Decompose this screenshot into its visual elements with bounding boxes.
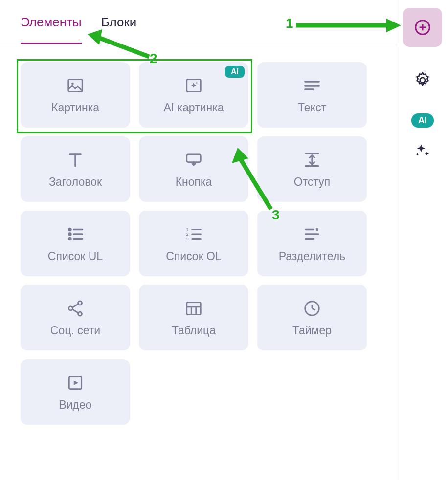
sparkle-icon[interactable] — [414, 141, 431, 159]
element-label: Соц. сети — [50, 324, 100, 337]
video-element[interactable]: Видео — [21, 359, 130, 425]
spacer-element[interactable]: Отступ — [257, 136, 367, 202]
table-icon — [184, 299, 203, 318]
svg-rect-33 — [187, 302, 201, 314]
svg-line-39 — [312, 308, 315, 310]
social-element[interactable]: Соц. сети — [21, 285, 130, 350]
text-icon — [302, 76, 322, 95]
elements-panel: Элементы Блоки Картинка AI AI картинка Т… — [0, 0, 397, 480]
settings-button[interactable] — [403, 61, 442, 100]
divider-icon — [302, 224, 322, 244]
ai-badge: AI — [225, 66, 245, 78]
svg-rect-25 — [316, 228, 318, 231]
rail-ai-badge[interactable]: AI — [411, 113, 434, 128]
ol-list-element[interactable]: 123 Список OL — [139, 211, 248, 276]
elements-grid: Картинка AI AI картинка Текст Заголовок — [0, 44, 397, 442]
image-element[interactable]: Картинка — [21, 62, 130, 128]
element-label: Отступ — [294, 175, 330, 189]
add-element-button[interactable] — [403, 8, 442, 47]
ai-image-element[interactable]: AI AI картинка — [139, 62, 248, 128]
ai-image-icon — [184, 76, 203, 95]
svg-point-13 — [69, 233, 71, 235]
svg-point-1 — [71, 82, 74, 85]
svg-point-14 — [69, 238, 71, 240]
spacer-icon — [302, 150, 322, 170]
table-element[interactable]: Таблица — [139, 285, 248, 350]
svg-rect-0 — [68, 79, 83, 91]
svg-point-44 — [420, 78, 425, 83]
element-label: Список OL — [166, 250, 222, 263]
element-label: Разделитель — [279, 250, 346, 263]
tab-bar: Элементы Блоки — [0, 0, 397, 44]
element-label: Видео — [59, 398, 91, 412]
image-icon — [66, 76, 85, 95]
element-label: Таблица — [172, 324, 216, 337]
button-element[interactable]: Кнопка — [139, 136, 248, 202]
ol-icon: 123 — [184, 224, 203, 244]
tab-elements[interactable]: Элементы — [21, 15, 82, 44]
plus-circle-icon — [413, 18, 432, 37]
tab-blocks[interactable]: Блоки — [101, 15, 137, 44]
svg-text:3: 3 — [186, 236, 188, 241]
element-label: AI картинка — [163, 101, 224, 114]
timer-element[interactable]: Таймер — [257, 285, 367, 350]
ul-list-element[interactable]: Список UL — [21, 211, 130, 276]
heading-element[interactable]: Заголовок — [21, 136, 130, 202]
element-label: Список UL — [48, 250, 103, 263]
element-label: Текст — [298, 101, 326, 114]
clock-icon — [302, 299, 322, 318]
element-label: Таймер — [292, 324, 332, 337]
gear-icon — [413, 71, 432, 89]
ul-icon — [66, 224, 85, 244]
element-label: Картинка — [51, 101, 99, 114]
share-icon — [66, 299, 85, 318]
divider-element[interactable]: Разделитель — [257, 211, 367, 276]
button-icon — [184, 150, 203, 170]
svg-point-45 — [417, 153, 419, 155]
heading-icon — [66, 150, 85, 170]
video-icon — [66, 373, 85, 393]
svg-line-32 — [72, 309, 79, 313]
svg-point-12 — [69, 228, 71, 230]
svg-line-31 — [72, 304, 79, 307]
element-label: Заголовок — [49, 175, 102, 189]
svg-rect-8 — [187, 154, 201, 162]
text-element[interactable]: Текст — [257, 62, 367, 128]
side-rail: AI — [397, 0, 448, 480]
element-label: Кнопка — [176, 175, 212, 189]
